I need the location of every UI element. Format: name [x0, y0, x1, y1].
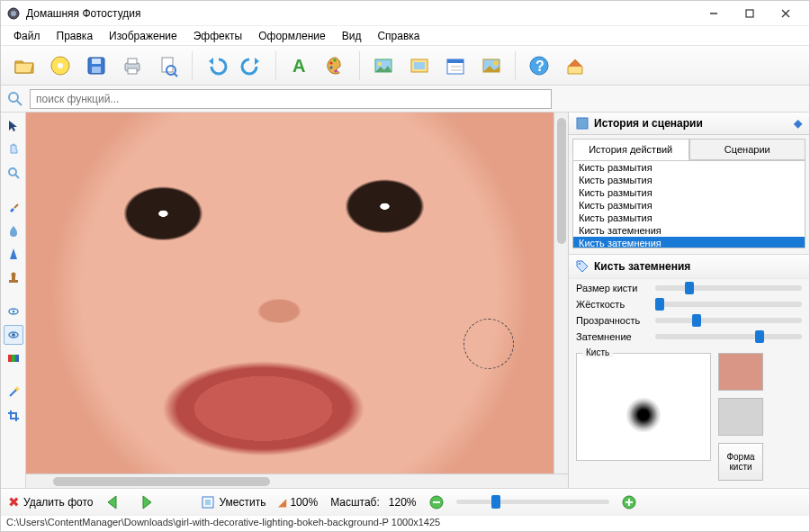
- zoom-slider[interactable]: [456, 500, 609, 504]
- frame2-button[interactable]: [403, 50, 436, 82]
- delete-photo-label: Удалить фото: [23, 496, 93, 509]
- frame3-button[interactable]: [475, 50, 508, 82]
- svg-rect-48: [15, 355, 19, 362]
- fit-button[interactable]: Уместить: [201, 495, 266, 509]
- slider-label: Прозрачность: [576, 315, 648, 326]
- calendar-button[interactable]: [439, 50, 472, 82]
- brush-preview-label: Кисть: [582, 347, 613, 357]
- status-bar: C:\Users\ContentManager\Downloads\girl-w…: [1, 515, 809, 531]
- canvas-area: [26, 113, 568, 488]
- canvas-hscroll[interactable]: [26, 473, 568, 488]
- text-button[interactable]: A: [284, 50, 316, 82]
- svg-point-36: [9, 168, 16, 176]
- delete-icon: ✖: [8, 494, 20, 510]
- print-button[interactable]: [116, 50, 148, 82]
- tool-hand[interactable]: [4, 140, 23, 159]
- menu-edit[interactable]: Правка: [50, 28, 101, 44]
- home-button[interactable]: [559, 50, 591, 82]
- tab-scenarios[interactable]: Сценарии: [689, 139, 806, 160]
- svg-point-23: [378, 62, 382, 66]
- svg-rect-47: [12, 355, 15, 362]
- palette-button[interactable]: [320, 50, 352, 82]
- slider-row: Размер кисти: [576, 283, 802, 293]
- delete-photo-button[interactable]: ✖ Удалить фото: [8, 494, 93, 510]
- history-row[interactable]: Кисть затемнения: [573, 224, 805, 237]
- zoom-out-button[interactable]: [429, 495, 444, 509]
- menu-file[interactable]: Файл: [6, 28, 48, 44]
- svg-point-18: [329, 61, 332, 64]
- save-button[interactable]: [80, 50, 112, 82]
- slider-track[interactable]: [655, 285, 802, 291]
- slider-track[interactable]: [655, 302, 802, 307]
- svg-rect-9: [92, 59, 101, 64]
- history-row[interactable]: Кисть размытия: [573, 161, 805, 174]
- tool-wand[interactable]: [4, 383, 23, 402]
- maximize-button[interactable]: [732, 3, 768, 24]
- tool-stamp[interactable]: [4, 267, 23, 287]
- history-row[interactable]: Кисть размытия: [573, 199, 805, 212]
- prev-photo-button[interactable]: [105, 494, 125, 510]
- menu-image[interactable]: Изображение: [102, 28, 184, 44]
- preview-button[interactable]: [152, 50, 184, 82]
- brush-preview-area: Кисть Форма кисти: [569, 346, 809, 488]
- zoom-in-button[interactable]: [622, 495, 636, 509]
- close-button[interactable]: [768, 3, 804, 24]
- tool-dodge[interactable]: [4, 302, 23, 321]
- brush-shape-button[interactable]: Форма кисти: [718, 443, 763, 481]
- svg-point-52: [579, 263, 580, 265]
- canvas-vscroll[interactable]: [554, 113, 568, 473]
- brush-preview: Кисть: [576, 353, 711, 461]
- color-swatch-1[interactable]: [718, 353, 763, 391]
- minimize-button[interactable]: [696, 3, 732, 24]
- menu-view[interactable]: Вид: [335, 28, 369, 44]
- redo-button[interactable]: [236, 50, 268, 82]
- tool-zoom[interactable]: [4, 163, 23, 183]
- slider-track[interactable]: [655, 318, 802, 323]
- tool-sharpen[interactable]: [4, 244, 23, 264]
- search-input[interactable]: [30, 89, 552, 109]
- open-button[interactable]: [8, 50, 40, 82]
- window-title: Домашняя Фотостудия: [26, 7, 696, 20]
- slider-track[interactable]: [655, 334, 802, 339]
- menu-design[interactable]: Оформление: [251, 28, 332, 44]
- tool-pointer[interactable]: [4, 116, 23, 136]
- disc-button[interactable]: [44, 50, 76, 82]
- history-row[interactable]: Кисть размытия: [573, 212, 805, 224]
- svg-point-21: [334, 69, 337, 72]
- color-swatch-2[interactable]: [718, 398, 763, 436]
- slider-row: Прозрачность: [576, 315, 802, 326]
- canvas[interactable]: [26, 113, 554, 473]
- tool-brush[interactable]: [4, 197, 23, 217]
- history-row[interactable]: Кисть размытия: [573, 186, 805, 199]
- collapse-icon[interactable]: ◆: [794, 117, 802, 130]
- next-photo-button[interactable]: [138, 494, 158, 510]
- tool-blur[interactable]: [4, 221, 23, 240]
- menu-effects[interactable]: Эффекты: [186, 28, 250, 44]
- undo-button[interactable]: [200, 50, 232, 82]
- tool-rgb[interactable]: [4, 348, 23, 368]
- tool-crop[interactable]: [4, 406, 23, 426]
- svg-text:A: A: [292, 56, 305, 76]
- toolbar-sep: [359, 51, 360, 80]
- menu-help[interactable]: Справка: [370, 28, 427, 44]
- history-list[interactable]: Кисть размытияКисть размытияКисть размыт…: [572, 160, 806, 248]
- tab-history[interactable]: История действий: [572, 139, 689, 160]
- help-button[interactable]: ?: [523, 50, 555, 82]
- svg-point-20: [333, 59, 336, 61]
- brush-panel-label: Кисть затемнения: [594, 260, 690, 273]
- history-row[interactable]: Кисть затемнения: [573, 237, 805, 248]
- svg-point-7: [58, 63, 63, 68]
- toolbar-sep: [275, 51, 276, 80]
- percent-button[interactable]: ◢ 100%: [278, 496, 318, 509]
- history-row[interactable]: Кисть размытия: [573, 174, 805, 186]
- svg-rect-12: [128, 59, 137, 64]
- right-panel-title: История и сценарии: [594, 117, 703, 130]
- tool-burn[interactable]: [4, 325, 23, 345]
- percent-icon: ◢: [278, 496, 286, 509]
- search-icon[interactable]: [6, 90, 24, 108]
- svg-rect-27: [447, 59, 464, 63]
- svg-point-45: [12, 333, 15, 337]
- svg-line-37: [15, 175, 19, 178]
- frame1-button[interactable]: [367, 50, 400, 82]
- svg-rect-46: [8, 355, 12, 362]
